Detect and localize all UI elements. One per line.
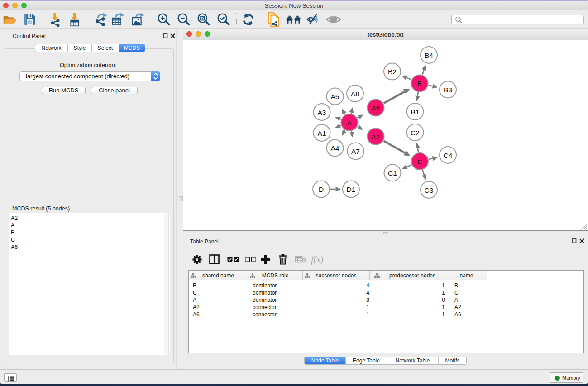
svg-text:B1: B1 xyxy=(411,108,420,116)
svg-text:A7: A7 xyxy=(351,148,360,155)
svg-text:A2: A2 xyxy=(372,133,380,141)
svg-text:A8: A8 xyxy=(351,90,359,98)
svg-text:C2: C2 xyxy=(411,129,420,137)
svg-text:A1: A1 xyxy=(318,129,326,137)
svg-text:D: D xyxy=(319,186,324,193)
svg-text:A3: A3 xyxy=(318,109,326,116)
svg-text:B4: B4 xyxy=(425,52,433,59)
svg-text:A4: A4 xyxy=(331,144,339,152)
svg-text:C: C xyxy=(417,158,422,166)
svg-text:D1: D1 xyxy=(347,186,356,193)
svg-text:A: A xyxy=(347,119,352,127)
svg-text:C1: C1 xyxy=(388,169,397,177)
svg-text:A6: A6 xyxy=(372,104,380,112)
svg-text:A5: A5 xyxy=(331,93,339,100)
svg-text:B2: B2 xyxy=(388,68,397,76)
svg-text:B3: B3 xyxy=(444,86,452,94)
svg-text:B: B xyxy=(417,80,422,87)
svg-text:C4: C4 xyxy=(444,152,453,159)
svg-text:C3: C3 xyxy=(425,186,434,194)
